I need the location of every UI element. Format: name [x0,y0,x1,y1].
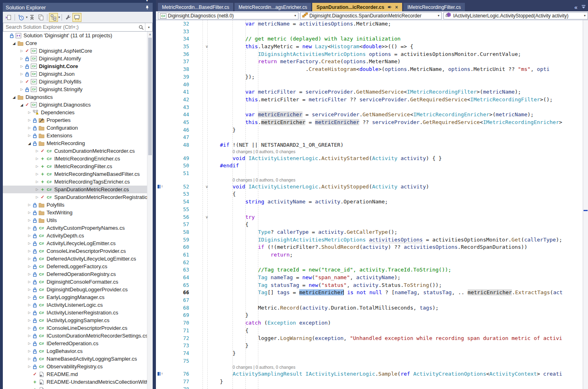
glyph-margin[interactable] [156,162,165,170]
chevron-collapsed-icon[interactable]: ▷ [34,149,40,153]
glyph-margin[interactable] [156,266,165,274]
search-icon[interactable] [137,25,145,30]
selection-margin[interactable] [189,141,200,149]
selection-margin[interactable] [189,190,200,198]
glyph-margin[interactable] [156,274,165,282]
glyph-margin[interactable] [156,119,165,126]
tree-item[interactable]: ◢MetricRecording [3,139,153,147]
code-text[interactable]: } [216,342,588,350]
outlining-margin[interactable] [200,81,216,89]
scrollbar-thumb[interactable] [148,38,152,155]
tree-item[interactable]: ▷C#Diginsight.Json [3,70,153,78]
outlining-margin[interactable] [200,126,216,134]
tree-item[interactable]: ▷+C#MetricRecordingNameBasedFilter.cs [3,170,153,178]
outlining-margin[interactable] [200,266,216,274]
code-text[interactable]: this.lazyMetric = new Lazy<Histogram<dou… [216,43,588,51]
selection-margin[interactable] [189,126,200,134]
glyph-margin[interactable] [156,259,165,267]
code-text[interactable]: this.metricFilter = metricFilter ?? serv… [216,96,588,104]
outlining-margin[interactable] [200,58,216,66]
outlining-margin[interactable] [200,66,216,73]
outlining-margin[interactable] [200,297,216,304]
glyph-margin[interactable] [156,88,165,96]
chevron-collapsed-icon[interactable]: ▷ [27,349,32,353]
tree-item[interactable]: ▷C#DeferredLoggerFactory.cs [3,263,153,270]
chevron-collapsed-icon[interactable]: ▷ [27,318,32,322]
chevron-down-icon[interactable]: ▾ [582,14,588,17]
tree-item[interactable]: ◢✓C#Diginsight.Diagnostics [3,101,153,109]
glyph-margin[interactable] [156,251,165,259]
tree-item[interactable]: ▷+C#SpanDurationMetricRecorder.cs [3,186,153,193]
chevron-expanded-icon[interactable]: ◢ [19,103,24,107]
tree-item[interactable]: ▷✓C#SpanDurationMetricRecorderRegistrati… [3,193,153,201]
editor-tab[interactable]: MetricRecordin...agsEnricher.cs [234,3,311,11]
outlining-margin[interactable] [200,378,216,386]
code-text[interactable]: } [216,378,588,386]
selection-margin[interactable] [189,350,200,357]
code-text[interactable] [216,259,588,267]
outlining-margin[interactable] [200,357,216,365]
glyph-margin[interactable] [156,111,165,119]
outlining-margin[interactable] [200,198,216,206]
glyph-margin[interactable] [156,335,165,342]
code-text[interactable]: return meterFactory.Create(options.Meter… [216,58,588,66]
outlining-margin[interactable] [200,386,216,389]
selection-margin[interactable] [189,73,200,81]
selection-margin[interactable] [189,43,200,51]
glyph-margin[interactable] [156,297,165,304]
chevron-collapsed-icon[interactable]: ▷ [27,295,32,299]
glyph-margin[interactable] [156,319,165,327]
selection-margin[interactable] [189,266,200,274]
selection-margin[interactable] [189,357,200,365]
code-text[interactable]: var metricName = activitiesOptions.Metri… [216,20,588,28]
code-text[interactable]: } [216,350,588,357]
glyph-margin[interactable] [156,244,165,251]
code-text[interactable]: Type? callerType = activity.GetCallerTyp… [216,229,588,236]
sync-with-active-document-icon[interactable] [36,13,45,22]
tree-item[interactable]: ◢Core [3,39,153,47]
selection-margin[interactable] [189,20,200,28]
glyph-margin[interactable] [156,155,165,162]
dropdown-arrow-icon[interactable]: ▾ [58,15,60,19]
codelens-info[interactable]: 0 changes | 0 authors, 0 changes [232,365,588,370]
tree-item[interactable]: ▷✓C#Diginsight.AspNetCore [3,47,153,55]
tree-item[interactable]: +M↓README-UnderstandMetricsCollectionWit… [3,378,153,386]
tree-item[interactable]: ▷C#DeferredActivityLifecycleLogEmitter.c… [3,255,153,263]
outlining-margin[interactable] [200,327,216,335]
editor-tab[interactable]: SpanDuration...icRecorder.cs× [312,3,402,11]
tree-item[interactable]: ▷C#IConsoleLineDescriptorProvider.cs [3,324,153,332]
navbar-combo[interactable]: IActivityListenerLogic.ActivityStopped(A… [443,12,588,19]
tree-item[interactable]: ▷!Dependencies [3,109,153,116]
outlining-margin[interactable] [200,342,216,350]
selection-margin[interactable] [189,319,200,327]
outlining-margin[interactable] [200,28,216,36]
outlining-margin[interactable] [200,274,216,282]
tree-item[interactable]: ▷C#ActivityLifecycleLogEmitter.cs [3,239,153,247]
outlining-margin[interactable] [200,73,216,81]
search-options-dropdown[interactable]: ▾ [145,23,152,31]
outlining-margin[interactable] [200,51,216,58]
implements-interface-icon[interactable]: ↑ [158,372,163,376]
code-text[interactable]: IDiginsightActivitiesMetricOptions activ… [216,236,588,244]
dock-tab-group-icon[interactable]: « [574,4,577,11]
chevron-collapsed-icon[interactable]: ▷ [27,265,32,268]
tree-item[interactable]: ▷C#DiginsightConsoleFormatter.cs [3,278,153,286]
tree-item[interactable]: ▷✓C#CustomDurationMetricRecorder.cs [3,147,153,155]
glyph-margin[interactable] [156,51,165,58]
tree-item[interactable]: ▷C#IActivityListenerRegistration.cs [3,309,153,316]
code-text[interactable]: #endif [216,162,588,170]
glyph-margin[interactable] [156,104,165,111]
editor-vertical-scrollbar[interactable] [583,20,588,389]
glyph-margin[interactable] [156,170,165,177]
glyph-margin[interactable] [156,81,165,89]
selection-margin[interactable] [189,221,200,229]
navbar-combo[interactable]: C#Diginsight.Diagnostics (net8.0)▾ [158,12,298,19]
code-text[interactable]: var metricEnricher = serviceProvider.Get… [216,111,588,119]
window-position-icon[interactable]: ▾ [143,0,151,4]
outlining-margin[interactable] [200,244,216,251]
code-text[interactable] [216,206,588,214]
outlining-margin[interactable] [200,259,216,267]
code-text[interactable]: // get metric (deplayed) with lazy initi… [216,35,588,43]
selection-margin[interactable] [189,335,200,342]
selection-margin[interactable] [189,170,200,177]
